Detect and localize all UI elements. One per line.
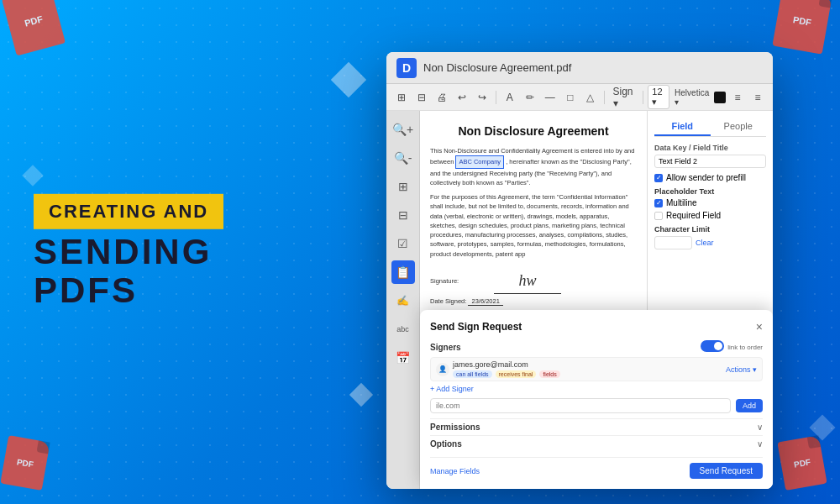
options-accordion[interactable]: Options ∨ — [430, 435, 763, 452]
decor-pdf-4: PDF — [777, 435, 827, 491]
allow-sender-checkbox[interactable]: ✓ — [654, 174, 663, 182]
sidebar-checkbox[interactable]: ☑ — [391, 232, 415, 255]
dialog-close-btn[interactable]: × — [756, 320, 763, 333]
pdf-window: D Non Disclosure Agreement.pdf ⊞ ⊟ 🖨 ↩ ↪… — [386, 52, 773, 489]
dialog-title: Send Sign Request — [430, 321, 522, 333]
email-input-row: Add — [430, 398, 763, 413]
pdf-logo: D — [396, 58, 417, 78]
pdf-toolbar: ⊞ ⊟ 🖨 ↩ ↪ A ✏ — □ △ Sign ▾ 12 ▾ Helvetic… — [386, 84, 773, 111]
signer-email: james.gore@mail.com — [453, 360, 722, 369]
doc-title: Non Disclosure Agreement — [430, 124, 637, 138]
decor-pdf-3: PDF — [0, 435, 50, 491]
required-label: Required Field — [666, 211, 721, 220]
toolbar-sep-3 — [643, 91, 643, 104]
sidebar-document[interactable]: 📋 — [391, 260, 415, 284]
dialog-footer: Manage Fields Send Request — [430, 457, 763, 479]
multiline-row: ✓ Multiline — [654, 198, 766, 207]
toolbar-font-size[interactable]: 12 ▾ — [648, 85, 669, 109]
panel-tabs: Field People — [654, 118, 766, 137]
sidebar-zoom-out[interactable]: 🔍- — [391, 146, 415, 170]
multiline-label: Multiline — [666, 198, 697, 207]
pdf-filename: Non Disclosure Agreement.pdf — [423, 61, 571, 74]
title-badge: CREATING AND — [34, 194, 223, 229]
signer-avatar: 👤 — [436, 363, 449, 376]
char-limit-input[interactable] — [654, 236, 692, 249]
toolbar-redo-btn[interactable]: ↪ — [474, 90, 491, 105]
allow-sender-label: Allow sender to prefill — [666, 173, 746, 182]
signer-pills: can all fields receives final fields — [453, 370, 722, 378]
permissions-accordion[interactable]: Permissions ∨ — [430, 418, 763, 435]
manage-fields-btn[interactable]: Manage Fields — [430, 467, 480, 475]
sig-label: Signature: — [430, 277, 489, 285]
toolbar-highlight-btn[interactable]: △ — [582, 90, 599, 105]
data-key-label: Data Key / Field Title — [654, 144, 766, 152]
toolbar-font-btn[interactable]: Helvetica ▾ — [673, 87, 711, 108]
send-dialog: Send Sign Request × Signers link to orde… — [420, 310, 773, 489]
sig-text: hw — [518, 272, 536, 290]
toolbar-list-btn[interactable]: ⊟ — [413, 90, 430, 105]
signers-header: Signers link to order — [430, 340, 763, 354]
placeholder-label: Placeholder Text — [654, 187, 766, 196]
tab-people[interactable]: People — [711, 118, 767, 136]
sidebar-resize[interactable]: ⊟ — [391, 203, 415, 227]
decor-pdf-1: PDF — [2, 0, 66, 56]
clear-btn[interactable]: Clear — [696, 239, 714, 247]
permissions-arrow: ∨ — [757, 423, 763, 432]
send-request-btn[interactable]: Send Request — [690, 463, 763, 479]
email-add-btn[interactable]: Add — [736, 399, 763, 412]
toolbar-sep-1 — [496, 91, 496, 104]
dialog-header: Send Sign Request × — [430, 320, 763, 333]
tab-field[interactable]: Field — [654, 118, 711, 136]
sidebar-text[interactable]: abc — [391, 318, 415, 341]
char-limit-row: Clear — [654, 236, 766, 249]
title-main: SENDING PDFS — [34, 233, 319, 310]
toolbar-undo-btn[interactable]: ↩ — [454, 90, 470, 105]
title-line2: PDFS — [34, 271, 319, 310]
signer-actions-btn[interactable]: Actions ▾ — [726, 365, 757, 374]
sidebar-calendar[interactable]: 📅 — [391, 346, 415, 370]
toggle[interactable] — [701, 340, 724, 354]
decor-rhombus-1 — [331, 62, 366, 97]
toolbar-shape-btn[interactable]: □ — [562, 90, 579, 105]
sidebar-zoom-in[interactable]: 🔍+ — [391, 118, 415, 141]
pdf-sidebar: 🔍+ 🔍- ⊞ ⊟ ☑ 📋 ✍ abc 📅 — [386, 111, 420, 489]
highlight-company: ABC Company — [455, 155, 504, 168]
toolbar-color-btn[interactable] — [714, 92, 726, 103]
email-input[interactable] — [430, 398, 731, 413]
toolbar-align-btn[interactable]: ≡ — [729, 90, 746, 105]
toolbar-draw-btn[interactable]: ✏ — [522, 90, 538, 105]
toolbar-list2-btn[interactable]: ≡ — [749, 90, 766, 105]
doc-paragraph2: For the purposes of this Agreement, the … — [430, 192, 637, 259]
signature-area: Signature: hw Date Signed: 23/6/2021 — [430, 269, 637, 306]
toolbar-sign-btn[interactable]: Sign ▾ — [610, 84, 638, 111]
required-checkbox[interactable] — [654, 212, 663, 220]
decor-pdf-2: PDF — [772, 0, 832, 55]
title-line1: SENDING — [34, 233, 319, 271]
sig-image: hw — [494, 269, 561, 294]
signer-info: james.gore@mail.com can all fields recei… — [453, 360, 722, 378]
char-limit-title: Character Limit — [654, 225, 766, 234]
multiline-checkbox[interactable]: ✓ — [654, 199, 663, 207]
options-arrow: ∨ — [757, 439, 763, 449]
required-row: Required Field — [654, 211, 766, 220]
pill-2: receives final — [496, 370, 537, 378]
pill-1: can all fields — [453, 370, 492, 378]
left-section: CREATING AND SENDING PDFS — [34, 194, 319, 310]
permissions-label: Permissions — [430, 423, 480, 432]
toolbar-text-btn[interactable]: A — [501, 90, 518, 105]
toolbar-sep-2 — [604, 91, 605, 104]
toolbar-print-btn[interactable]: 🖨 — [433, 90, 450, 105]
allow-sender-row: ✓ Allow sender to prefill — [654, 173, 766, 182]
date-value: 23/6/2021 — [468, 297, 502, 306]
pill-3: fields — [539, 370, 559, 378]
signers-label: Signers — [430, 343, 461, 352]
decor-rhombus-4 — [809, 414, 835, 440]
toolbar-grid-btn[interactable]: ⊞ — [393, 90, 410, 105]
data-key-input[interactable] — [654, 155, 766, 168]
decor-rhombus-2 — [349, 383, 373, 407]
add-signer-btn[interactable]: + Add Signer — [430, 385, 763, 393]
sidebar-signature[interactable]: ✍ — [391, 289, 415, 312]
sidebar-grid[interactable]: ⊞ — [391, 175, 415, 198]
decor-rhombus-3 — [22, 165, 43, 186]
toolbar-line-btn[interactable]: — — [542, 90, 559, 105]
